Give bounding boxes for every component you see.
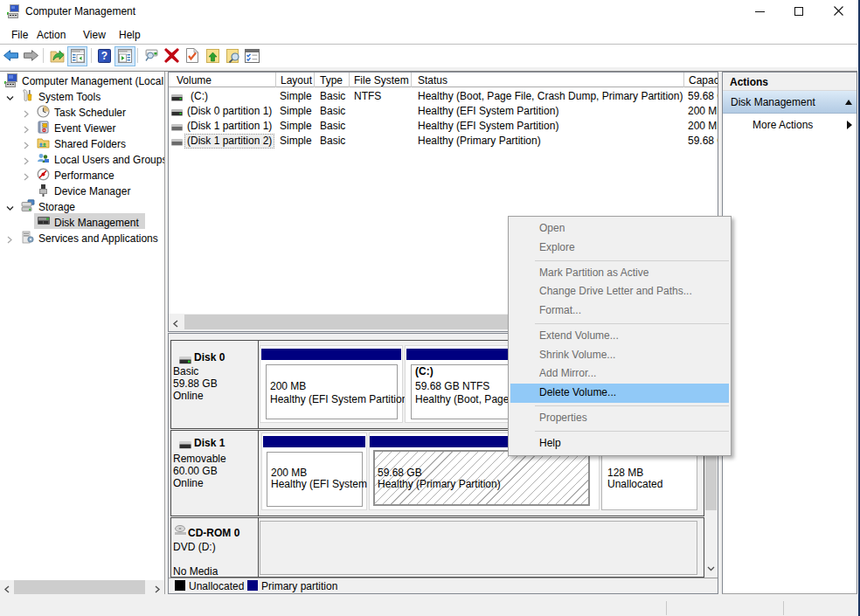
svg-text:?: ? (101, 50, 108, 62)
